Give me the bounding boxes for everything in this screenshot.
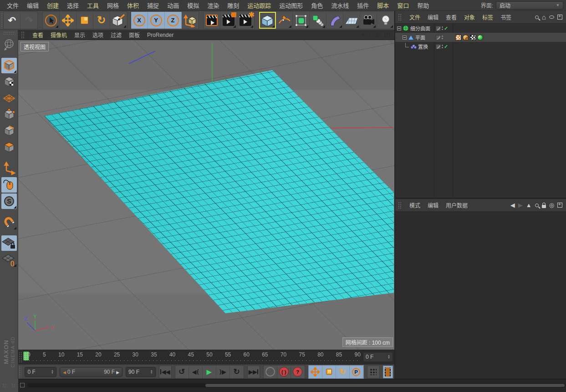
primitive-cube-button[interactable]: [259, 12, 276, 29]
layer-toggle-icon[interactable]: [436, 26, 441, 31]
viewport-menu-item[interactable]: 面板: [125, 31, 143, 39]
lock-y-button[interactable]: Y: [148, 12, 165, 29]
menu-item[interactable]: 创建: [43, 0, 63, 10]
make-editable-button[interactable]: [1, 37, 17, 52]
redo-button[interactable]: ↷: [20, 12, 37, 29]
object-name[interactable]: 置换: [418, 43, 428, 50]
layer-toggle-icon[interactable]: [436, 44, 441, 49]
toolbar-grip[interactable]: [1, 13, 2, 28]
attribute-manager-menu-item[interactable]: 编辑: [424, 201, 442, 209]
points-mode-button[interactable]: [1, 107, 17, 122]
object-row-displacer[interactable]: 置换 ✓: [395, 42, 566, 51]
enabled-check-icon[interactable]: ✓: [444, 44, 448, 50]
menu-item[interactable]: 窗口: [393, 0, 413, 10]
search-icon[interactable]: [535, 204, 539, 207]
object-manager-grip[interactable]: [398, 14, 402, 21]
frame-range-slider[interactable]: ◀0 F 90 F▶: [60, 367, 122, 377]
spinner-arrows-icon[interactable]: ▲▼: [388, 355, 390, 359]
attribute-manager-grip[interactable]: [398, 202, 402, 209]
filter-icon[interactable]: [549, 15, 554, 19]
viewport-menu-item[interactable]: 摄像机: [47, 31, 71, 39]
layer-toggle-icon[interactable]: [436, 35, 441, 40]
object-manager-menu-item[interactable]: 编辑: [424, 13, 442, 21]
view-label[interactable]: 透视视图: [20, 42, 49, 51]
layout-select[interactable]: 启动 ▼: [496, 1, 563, 10]
transport-grip[interactable]: [19, 366, 21, 378]
visibility-dots[interactable]: [442, 45, 443, 48]
viewport-canvas[interactable]: 透视视图 网格间距 : 100 cm Y Z X: [18, 40, 394, 350]
object-row-subdivision[interactable]: 细分曲面 ✓: [395, 24, 566, 33]
coordinate-system-button[interactable]: [182, 12, 199, 29]
menu-item[interactable]: 渲染: [203, 0, 223, 10]
render-view-button[interactable]: [204, 12, 220, 29]
key-pla-toggle[interactable]: [367, 366, 380, 378]
key-scale-toggle[interactable]: [322, 366, 336, 378]
bend-deformer-button[interactable]: [326, 12, 343, 29]
viewport-menu-item[interactable]: 过滤: [107, 31, 125, 39]
menu-item[interactable]: 体积: [123, 0, 143, 10]
sidebar-grip[interactable]: [3, 31, 15, 35]
camera-button[interactable]: [360, 12, 377, 29]
new-panel-icon[interactable]: [557, 203, 562, 208]
snap-settings-button[interactable]: S: [1, 193, 17, 209]
timeline-grip[interactable]: [19, 352, 22, 363]
range-step-right-icon[interactable]: ▶: [116, 370, 119, 375]
object-name[interactable]: 细分曲面: [410, 25, 430, 32]
object-row-plane[interactable]: 平面: [395, 33, 566, 42]
menu-item[interactable]: 编辑: [23, 0, 43, 10]
timeline-mode-button[interactable]: [383, 366, 393, 378]
menu-item[interactable]: 工具: [83, 0, 103, 10]
menu-item[interactable]: 运动图形: [275, 0, 307, 10]
spinner-arrows-icon[interactable]: ▲▼: [51, 370, 54, 374]
menu-item[interactable]: 模拟: [183, 0, 203, 10]
expander-icon[interactable]: [397, 26, 401, 31]
attribute-manager-menu-item[interactable]: 模式: [406, 201, 424, 209]
menu-item[interactable]: 动画: [163, 0, 183, 10]
range-step-left-icon[interactable]: ◀: [63, 370, 66, 375]
edges-mode-button[interactable]: [1, 123, 17, 139]
menu-item[interactable]: 雕刻: [223, 0, 243, 10]
snap-magnet-button[interactable]: [1, 214, 17, 230]
subdivision-surface-button[interactable]: [293, 12, 310, 29]
move-tool-button[interactable]: [60, 12, 76, 29]
goto-start-button[interactable]: ◀◀: [159, 366, 172, 378]
menu-item[interactable]: 捕捉: [143, 0, 163, 10]
pan-view-icon[interactable]: +: [361, 32, 365, 38]
horizontal-scrollbar-handle[interactable]: [205, 383, 565, 387]
horizontal-scrollbar[interactable]: [27, 383, 565, 387]
phong-tag-icon[interactable]: [463, 35, 469, 41]
menu-item[interactable]: 运动跟踪: [243, 0, 275, 10]
target-icon[interactable]: ◎: [549, 202, 554, 208]
grip[interactable]: [11, 383, 16, 388]
autokey-button[interactable]: ( ): [277, 366, 291, 378]
object-manager-menu-item[interactable]: 标签: [479, 13, 497, 21]
play-forward-button[interactable]: ▶: [203, 366, 216, 378]
texture-bw-tag-icon[interactable]: [470, 35, 476, 41]
menu-item[interactable]: 帮助: [413, 0, 433, 10]
forward-icon[interactable]: ▶: [518, 202, 523, 208]
back-icon[interactable]: ◀: [510, 202, 515, 208]
render-picture-viewer-button[interactable]: [220, 12, 237, 29]
menu-item[interactable]: 网格: [103, 0, 123, 10]
enable-quantizing-button[interactable]: [1, 177, 17, 193]
texture-mode-button[interactable]: [1, 74, 17, 90]
visibility-dots[interactable]: [442, 36, 443, 39]
previous-frame-button[interactable]: ◀(: [189, 366, 203, 378]
render-settings-button[interactable]: ✱: [237, 12, 254, 29]
enabled-check-icon[interactable]: ✓: [444, 25, 448, 31]
viewport-menubar-grip[interactable]: [21, 31, 25, 39]
texture-checker-tag-icon[interactable]: [455, 35, 461, 41]
spinner-arrows-icon[interactable]: ▲▼: [150, 370, 153, 374]
enable-axis-button[interactable]: [1, 161, 17, 176]
play-reverse-button[interactable]: ↺: [175, 366, 189, 378]
zoom-view-icon[interactable]: ↕: [368, 32, 372, 38]
expander-icon[interactable]: [403, 36, 407, 40]
start-frame-spinner[interactable]: 0 F ▲▼: [25, 367, 56, 377]
spline-pen-button[interactable]: [276, 12, 293, 29]
lock-icon[interactable]: [542, 205, 546, 208]
key-parameter-toggle[interactable]: P: [350, 366, 363, 378]
viewport-menu-item[interactable]: 查看: [29, 31, 47, 39]
visibility-dots[interactable]: [442, 26, 443, 30]
current-frame-spinner[interactable]: 0 F ▲▼: [363, 352, 393, 362]
up-icon[interactable]: ▲: [526, 202, 532, 208]
